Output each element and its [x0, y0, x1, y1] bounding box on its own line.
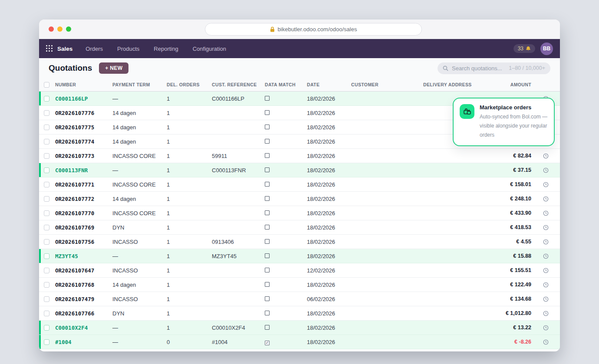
header-amount[interactable]: AMOUNT: [495, 82, 531, 87]
header-data-match[interactable]: DATA MATCH: [265, 82, 307, 87]
table-row[interactable]: OR2026107769 DYN 1 18/02/2026 € 418.53: [39, 220, 560, 235]
header-number[interactable]: NUMBER: [55, 82, 112, 87]
row-checkbox[interactable]: [44, 153, 49, 159]
header-customer[interactable]: CUSTOMER: [351, 82, 423, 87]
data-match-checkbox[interactable]: [265, 196, 270, 201]
data-match-checkbox[interactable]: [265, 341, 270, 345]
data-match-checkbox[interactable]: [265, 96, 270, 101]
table-row[interactable]: OR2026107479 INCASSO 1 06/02/2026 € 134.…: [39, 292, 560, 306]
data-match-checkbox[interactable]: [265, 282, 270, 287]
order-number[interactable]: OR2026107775: [55, 124, 112, 131]
table-row[interactable]: OR2026107770 INCASSO CORE 1 18/02/2026 €…: [39, 206, 560, 220]
table-row[interactable]: OR2026107766 DYN 1 18/02/2026 € 1,012.80: [39, 306, 560, 321]
activity-clock-icon[interactable]: [531, 196, 560, 202]
close-window-button[interactable]: [49, 26, 54, 32]
order-number[interactable]: C000113FNR: [55, 167, 112, 174]
activity-clock-icon[interactable]: [531, 325, 560, 331]
row-checkbox[interactable]: [44, 196, 49, 202]
data-match-checkbox[interactable]: [265, 311, 270, 315]
data-match-checkbox[interactable]: [265, 182, 270, 187]
data-match-checkbox[interactable]: [265, 139, 270, 144]
row-checkbox[interactable]: [44, 210, 49, 216]
order-number[interactable]: OR2026107766: [55, 310, 112, 317]
header-payment-term[interactable]: PAYMENT TERM: [112, 82, 167, 87]
nav-item-configuration[interactable]: Configuration: [193, 46, 226, 52]
table-row[interactable]: OR2026107647 INCASSO 1 12/02/2026 € 155.…: [39, 263, 560, 278]
order-number[interactable]: C0001166LP: [55, 95, 112, 102]
order-number[interactable]: #1004: [55, 339, 112, 345]
row-checkbox[interactable]: [44, 125, 49, 130]
nav-item-reporting[interactable]: Reporting: [154, 46, 178, 52]
data-match-checkbox[interactable]: [265, 167, 270, 172]
activity-clock-icon[interactable]: [531, 153, 560, 159]
order-number[interactable]: OR2026107770: [55, 210, 112, 216]
order-number[interactable]: OR2026107756: [55, 239, 112, 245]
table-row[interactable]: OR2026107771 INCASSO CORE 1 18/02/2026 €…: [39, 177, 560, 192]
minimize-window-button[interactable]: [57, 26, 63, 32]
activity-clock-icon[interactable]: [531, 268, 560, 273]
row-checkbox[interactable]: [44, 339, 49, 345]
row-checkbox[interactable]: [44, 167, 49, 173]
order-number[interactable]: OR2026107773: [55, 153, 112, 159]
header-delivery-address[interactable]: DELIVERY ADDRESS: [423, 82, 495, 87]
apps-grid-icon[interactable]: [46, 45, 53, 52]
data-match-checkbox[interactable]: [265, 253, 270, 258]
activity-clock-icon[interactable]: [531, 282, 560, 288]
table-row[interactable]: OR2026107773 INCASSO CORE 1 59911 18/02/…: [39, 149, 560, 163]
header-date[interactable]: DATE: [307, 82, 351, 87]
data-match-checkbox[interactable]: [265, 153, 270, 158]
order-number[interactable]: C00010X2F4: [55, 325, 112, 331]
order-number[interactable]: OR2026107768: [55, 282, 112, 288]
table-row[interactable]: #1004 — 0 #1004 18/02/2026 € -8.26: [39, 335, 560, 349]
data-match-checkbox[interactable]: [265, 325, 270, 330]
table-row[interactable]: OR2026107772 14 dagen 1 18/02/2026 € 248…: [39, 192, 560, 206]
row-checkbox[interactable]: [44, 239, 49, 245]
order-number[interactable]: MZ3YT45: [55, 253, 112, 259]
row-checkbox[interactable]: [44, 225, 49, 230]
data-match-checkbox[interactable]: [265, 225, 270, 230]
address-bar[interactable]: bikebutler.odoo.com/odoo/sales: [205, 23, 422, 36]
activity-clock-icon[interactable]: [531, 253, 560, 259]
data-match-checkbox[interactable]: [265, 268, 270, 272]
order-number[interactable]: OR2026107772: [55, 196, 112, 202]
row-checkbox[interactable]: [44, 96, 49, 102]
notification-badge[interactable]: 33: [513, 44, 535, 53]
activity-clock-icon[interactable]: [531, 225, 560, 230]
table-row[interactable]: C000113FNR — 1 C000113FNR 18/02/2026 € 3…: [39, 163, 560, 177]
maximize-window-button[interactable]: [66, 26, 71, 32]
row-checkbox[interactable]: [44, 296, 49, 302]
row-checkbox[interactable]: [44, 253, 49, 259]
order-number[interactable]: OR2026107769: [55, 224, 112, 231]
nav-item-orders[interactable]: Orders: [86, 46, 103, 52]
record-pager[interactable]: 1–80 / 10,000+: [509, 65, 545, 71]
row-checkbox[interactable]: [44, 268, 49, 273]
data-match-checkbox[interactable]: [265, 296, 270, 301]
table-row[interactable]: C00010X2F4 — 1 C00010X2F4 18/02/2026 € 1…: [39, 321, 560, 335]
app-name[interactable]: Sales: [57, 46, 72, 52]
nav-item-products[interactable]: Products: [117, 46, 139, 52]
order-number[interactable]: OR2026107771: [55, 181, 112, 188]
activity-clock-icon[interactable]: [531, 239, 560, 245]
activity-clock-icon[interactable]: [531, 167, 560, 173]
row-checkbox[interactable]: [44, 139, 49, 144]
row-checkbox[interactable]: [44, 182, 49, 187]
activity-clock-icon[interactable]: [531, 210, 560, 216]
table-row[interactable]: MZ3YT45 — 1 MZ3YT45 18/02/2026 € 15.88: [39, 249, 560, 263]
activity-clock-icon[interactable]: [531, 296, 560, 302]
row-checkbox[interactable]: [44, 110, 49, 116]
activity-clock-icon[interactable]: [531, 182, 560, 187]
data-match-checkbox[interactable]: [265, 239, 270, 244]
table-row[interactable]: OR2026107756 INCASSO 1 0913406 18/02/202…: [39, 235, 560, 249]
search-input[interactable]: Search quotations... 1–80 / 10,000+: [438, 62, 550, 74]
order-number[interactable]: OR2026107774: [55, 138, 112, 145]
new-button[interactable]: + NEW: [99, 62, 128, 74]
header-del-orders[interactable]: DEL. ORDERS: [167, 82, 212, 87]
row-checkbox[interactable]: [44, 325, 49, 331]
row-checkbox[interactable]: [44, 282, 49, 288]
select-all-checkbox[interactable]: [44, 82, 49, 88]
data-match-checkbox[interactable]: [265, 110, 270, 115]
order-number[interactable]: OR2026107479: [55, 296, 112, 302]
data-match-checkbox[interactable]: [265, 210, 270, 215]
header-cust-reference[interactable]: CUST. REFERENCE: [212, 82, 265, 87]
user-avatar[interactable]: BB: [540, 43, 553, 55]
